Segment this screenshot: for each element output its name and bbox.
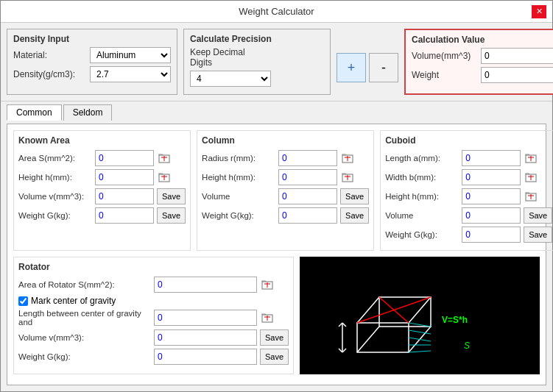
mark-center-label: Mark center of gravity — [31, 296, 116, 306]
cuboid-height-icon[interactable] — [524, 189, 538, 204]
decimal-select[interactable]: 1 2 3 4 5 6 — [190, 71, 271, 87]
cuboid-height-label: Height h(mm): — [385, 192, 459, 201]
known-area-section: Known Area Area S(mm^2): — [13, 130, 191, 251]
bottom-section: Rotator Area of Rotator S(mm^2): — [13, 257, 540, 374]
known-area-weight-input[interactable] — [95, 207, 154, 224]
known-area-height-input[interactable] — [95, 169, 154, 185]
cuboid-width-input[interactable] — [462, 169, 521, 185]
column-weight-save[interactable]: Save — [340, 207, 369, 224]
folder-icon-7 — [525, 190, 537, 202]
known-area-volume-save[interactable]: Save — [157, 188, 186, 204]
decimal-label: Keep Decimal Digits — [190, 47, 264, 68]
decimal-select-row: 1 2 3 4 5 6 — [190, 71, 324, 87]
density-input-panel: Density Input Material: Aluminum Steel C… — [7, 29, 177, 95]
known-area-volume-input[interactable] — [95, 188, 154, 204]
mark-center-checkbox[interactable] — [18, 296, 28, 306]
column-radius-row: Radius r(mm): — [202, 150, 369, 166]
window-title: Weight Calculator — [21, 6, 532, 17]
volume-calc-row: Volume(mm^3) Clear — [412, 48, 553, 64]
area-field-row: Area S(mm^2): — [18, 150, 186, 166]
column-radius-label: Radius r(mm): — [202, 154, 275, 163]
rotator-volume-save[interactable]: Save — [260, 329, 289, 346]
column-volume-row: Volume Save — [202, 188, 369, 204]
folder-icon-5 — [525, 152, 537, 164]
plus-button[interactable]: + — [337, 53, 366, 82]
cuboid-width-icon[interactable] — [524, 170, 538, 185]
column-height-label: Height h(mm): — [202, 173, 275, 182]
column-radius-input[interactable] — [278, 150, 337, 166]
area-input[interactable] — [95, 150, 154, 166]
cuboid-volume-label: Volume — [385, 211, 459, 220]
cuboid-length-input[interactable] — [462, 150, 521, 166]
cuboid-volume-input[interactable] — [462, 207, 521, 224]
weight-calc-label: Weight — [412, 70, 478, 80]
volume-calc-label: Volume(mm^3) — [412, 51, 478, 61]
density-input-label: Density Input — [13, 34, 171, 44]
three-column-section: Known Area Area S(mm^2): — [13, 130, 540, 251]
minus-button[interactable]: - — [369, 53, 398, 82]
column-height-input[interactable] — [278, 169, 337, 185]
material-row: Material: Aluminum Steel Copper — [13, 47, 171, 63]
rotator-weight-save[interactable]: Save — [260, 349, 289, 365]
cuboid-width-label: Width b(mm): — [385, 173, 459, 182]
rotator-area-input[interactable] — [154, 277, 257, 293]
cuboid-weight-save[interactable]: Save — [524, 227, 552, 243]
folder-icon-8 — [261, 279, 273, 291]
known-area-label: Known Area — [18, 135, 186, 146]
rotator-length-icon[interactable] — [260, 310, 275, 325]
rotator-weight-label: Weight G(kg): — [18, 352, 151, 361]
folder-icon-6 — [525, 171, 537, 183]
tabs-bar: Common Seldom — [7, 104, 546, 121]
calc-precision-label: Calculate Precision — [190, 34, 324, 44]
column-volume-save[interactable]: Save — [340, 188, 369, 204]
cuboid-weight-row: Weight G(kg): Save — [385, 227, 552, 243]
cuboid-weight-input[interactable] — [462, 227, 521, 243]
tab-common[interactable]: Common — [7, 104, 62, 121]
folder-icon-2 — [158, 171, 170, 183]
calc-precision-panel: Calculate Precision Keep Decimal Digits … — [183, 29, 331, 95]
main-window: Weight Calculator ✕ Density Input Materi… — [0, 0, 553, 392]
known-area-weight-row: Weight G(kg): Save — [18, 207, 186, 224]
rotator-area-icon[interactable] — [260, 277, 275, 292]
known-area-weight-save[interactable]: Save — [157, 207, 186, 224]
cuboid-length-icon[interactable] — [524, 151, 538, 165]
rotator-volume-input[interactable] — [154, 329, 257, 346]
rotator-length-label: Length between center of gravity and — [18, 309, 151, 327]
rotator-area-label: Area of Rotator S(mm^2): — [18, 280, 151, 289]
rotator-weight-input[interactable] — [154, 349, 257, 365]
known-area-volume-label: Volume v(mm^3): — [18, 192, 92, 201]
cuboid-volume-save[interactable]: Save — [524, 207, 552, 224]
area-icon-button[interactable] — [157, 151, 172, 165]
svg-rect-27 — [313, 257, 526, 374]
column-volume-input[interactable] — [278, 188, 337, 204]
known-area-height-icon[interactable] — [157, 170, 172, 185]
cuboid-length-label: Length a(mm): — [385, 154, 459, 163]
close-button[interactable]: ✕ — [532, 5, 546, 18]
material-select[interactable]: Aluminum Steel Copper — [90, 47, 171, 63]
mark-center-row: Mark center of gravity — [18, 296, 289, 306]
cuboid-length-row: Length a(mm): — [385, 150, 552, 166]
svg-text:V=S*h: V=S*h — [442, 315, 468, 325]
diagram-svg: V=S*h S — [313, 257, 526, 374]
tab-seldom[interactable]: Seldom — [63, 104, 113, 121]
known-area-height-label: Height h(mm): — [18, 173, 92, 182]
cuboid-height-input[interactable] — [462, 188, 521, 204]
calc-value-label: Calculation Value — [412, 35, 553, 45]
known-area-volume-row: Volume v(mm^3): Save — [18, 188, 186, 204]
rotator-section: Rotator Area of Rotator S(mm^2): — [13, 257, 294, 374]
density-row: Density(g/cm3): 2.7 7.8 8.9 — [13, 66, 171, 82]
column-height-icon[interactable] — [340, 170, 355, 185]
rotator-length-input[interactable] — [154, 310, 257, 326]
column-radius-icon[interactable] — [340, 151, 355, 165]
rotator-area-row: Area of Rotator S(mm^2): — [18, 277, 289, 293]
cuboid-volume-row: Volume Save — [385, 207, 552, 224]
cuboid-label: Cuboid — [385, 135, 552, 146]
volume-calc-input[interactable] — [481, 48, 553, 64]
density-select[interactable]: 2.7 7.8 8.9 — [90, 66, 171, 82]
weight-calc-input[interactable] — [481, 67, 553, 83]
column-weight-input[interactable] — [278, 207, 337, 224]
folder-icon-9 — [261, 312, 273, 324]
svg-text:S: S — [464, 341, 470, 351]
column-section: Column Radius r(mm): — [197, 130, 374, 251]
rotator-label: Rotator — [18, 262, 289, 272]
